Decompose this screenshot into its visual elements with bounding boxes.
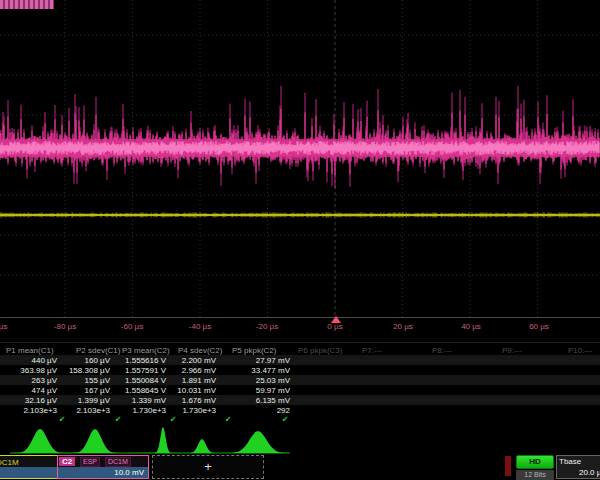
time-tick-label: 20 µs <box>393 322 413 331</box>
param-value-cell: 1.891 mV <box>136 376 216 385</box>
param-histicon[interactable] <box>178 439 234 453</box>
c2-channel-tag: C2 <box>59 457 75 466</box>
hd-mode-button[interactable]: HD <box>516 455 554 469</box>
param-histicon[interactable] <box>66 429 122 453</box>
param-header[interactable]: P2 sdev(C1) <box>76 346 120 355</box>
param-value-cell: 2.200 mV <box>136 356 216 365</box>
descriptor-bar: DC1M 10.0 mV C2 ESP DC1M 10.0 mV + HD 12… <box>0 455 600 480</box>
param-header-disabled[interactable]: P7:--- <box>362 346 382 355</box>
param-value-cell: 1.676 mV <box>136 396 216 405</box>
param-header-disabled[interactable]: P10:--- <box>568 346 592 355</box>
param-status-check: ✔ <box>170 415 177 424</box>
param-value-cell: 25.03 mV <box>210 376 290 385</box>
param-stats-row: 363.98 µV158.308 µV1.557591 V2.966 mV33.… <box>0 365 600 375</box>
timebase-label: Tbase <box>559 457 581 466</box>
c2-scale-area: 10.0 mV <box>58 467 148 478</box>
cropped-trace-label <box>0 0 54 9</box>
oscilloscope-screen: -100 µs-80 µs-60 µs-40 µs-20 µs0 µs20 µs… <box>0 0 600 480</box>
histicon-strip <box>0 426 600 455</box>
param-header[interactable]: P3 mean(C2) <box>122 346 170 355</box>
param-header-disabled[interactable]: P8:--- <box>432 346 452 355</box>
param-stats-row: 474 µV167 µV1.558645 V10.031 mV59.97 mV <box>0 385 600 395</box>
time-axis: -100 µs-80 µs-60 µs-40 µs-20 µs0 µs20 µs… <box>0 320 600 334</box>
channel-c1-descriptor[interactable]: DC1M 10.0 mV <box>0 455 58 479</box>
param-status-check: ✔ <box>225 415 232 424</box>
param-header-row: P1 mean(C1)P2 sdev(C1)P3 mean(C2)P4 sdev… <box>0 345 600 355</box>
param-header[interactable]: P1 mean(C1) <box>6 346 54 355</box>
param-header-disabled[interactable]: P6 pkpk(C3) <box>298 346 342 355</box>
param-status-check: ✔ <box>59 415 66 424</box>
time-tick-label: 60 µs <box>529 322 549 331</box>
trigger-descriptor-edge <box>505 456 511 476</box>
param-stats-row: 32.16 µV1.399 µV1.339 mV1.676 mV6.135 mV <box>0 395 600 405</box>
param-value-cell: 59.97 mV <box>210 386 290 395</box>
add-trace-button[interactable]: + <box>152 455 264 479</box>
c2-coupling-chip: DC1M <box>105 457 131 467</box>
param-stats-row: 263 µV155 µV1.550084 V1.891 mV25.03 mV <box>0 375 600 385</box>
timebase-descriptor[interactable]: Tbase 20.0 µs <box>556 455 600 479</box>
param-header[interactable]: P5 pkpk(C2) <box>232 346 276 355</box>
param-status-check: ✔ <box>282 415 289 424</box>
time-tick-label: -80 µs <box>54 322 76 331</box>
param-header-disabled[interactable]: P9:--- <box>502 346 522 355</box>
timebase-scale: 20.0 µs <box>579 468 600 477</box>
time-tick-label: -40 µs <box>189 322 211 331</box>
time-tick-label: 40 µs <box>461 322 481 331</box>
c1-coupling-label: DC1M <box>0 458 19 467</box>
param-histicon[interactable] <box>232 431 290 453</box>
time-tick-label: 0 µs <box>327 322 342 331</box>
channel-c2-descriptor[interactable]: C2 ESP DC1M 10.0 mV <box>57 455 149 479</box>
param-value-cell: 33.477 mV <box>210 366 290 375</box>
param-value-cell: 292 <box>210 406 290 415</box>
time-tick-label: -100 µs <box>0 322 7 331</box>
time-tick-label: -20 µs <box>256 322 278 331</box>
param-header[interactable]: P4 sdev(C2) <box>178 346 222 355</box>
param-histicon[interactable] <box>10 429 66 453</box>
c2-descriptor-top: C2 ESP DC1M <box>58 456 148 467</box>
param-histicon[interactable] <box>122 427 178 453</box>
c2-esp-chip: ESP <box>80 457 100 467</box>
param-value-cell: 1.730e+3 <box>136 406 216 415</box>
param-status-check: ✔ <box>115 415 122 424</box>
time-tick-label: -60 µs <box>121 322 143 331</box>
param-status-row: ✔✔✔✔✔ <box>0 415 600 425</box>
c1-scale-area: 10.0 mV <box>0 467 57 478</box>
c1-descriptor-top: DC1M <box>0 456 57 467</box>
param-value-cell: 2.966 mV <box>136 366 216 375</box>
param-value-cell: 6.135 mV <box>210 396 290 405</box>
param-stats-row: 2.103e+32.103e+31.730e+31.730e+3292 <box>0 405 600 415</box>
param-value-cell: 27.97 mV <box>210 356 290 365</box>
waveform-grid <box>0 0 600 320</box>
measurement-table: P1 mean(C1)P2 sdev(C1)P3 mean(C2)P4 sdev… <box>0 342 600 427</box>
param-value-cell: 10.031 mV <box>136 386 216 395</box>
param-stats-row: 440 µV160 µV1.555616 V2.200 mV27.97 mV <box>0 355 600 365</box>
hd-bits-label: 12 Bits <box>516 470 554 480</box>
c2-volts-div: 10.0 mV <box>114 468 144 477</box>
